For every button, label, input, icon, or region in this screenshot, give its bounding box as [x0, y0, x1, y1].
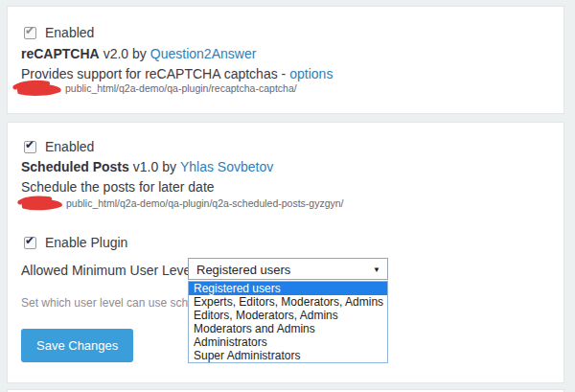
scheduled-enabled-checkbox[interactable]: ✔ [24, 141, 36, 153]
recaptcha-enabled-checkbox[interactable]: ✔ [24, 27, 36, 39]
user-level-field-label: Allowed Minimum User Level [21, 263, 195, 278]
plugins-admin-page: ✔ Enabled reCAPTCHA v2.0 by Question2Ans… [0, 0, 575, 392]
redaction-scribble [12, 80, 64, 97]
dropdown-option-editors-moderators-admins[interactable]: Editors, Moderators, Admins [189, 309, 387, 322]
user-level-select[interactable]: Registered users ▼ Registered users Expe… [188, 258, 388, 280]
redaction-scribble [17, 195, 65, 212]
chevron-down-icon: ▼ [373, 265, 380, 274]
enable-plugin-label: Enable Plugin [45, 235, 127, 250]
plugin-name: Scheduled Posts [21, 159, 129, 174]
dropdown-option-experts-editors-moderators-admins[interactable]: Experts, Editors, Moderators, Admins [189, 295, 387, 309]
scheduled-description-line: Schedule the posts for later date [21, 179, 215, 195]
recaptcha-enabled-row: ✔ Enabled [24, 25, 94, 40]
save-changes-button[interactable]: Save Changes [21, 329, 133, 362]
dropdown-option-super-administrators[interactable]: Super Administrators [189, 349, 387, 362]
enable-plugin-checkbox[interactable]: ✔ [24, 237, 36, 249]
user-level-dropdown-list: Registered users Experts, Editors, Moder… [188, 281, 388, 363]
recaptcha-title-line: reCAPTCHA v2.0 by Question2Answer [21, 46, 256, 61]
checkmark-icon: ✔ [25, 235, 34, 247]
user-level-selected-value: Registered users [196, 263, 290, 277]
dropdown-option-moderators-and-admins[interactable]: Moderators and Admins [189, 322, 387, 335]
plugin-author-link[interactable]: Question2Answer [150, 46, 257, 61]
scheduled-enabled-label: Enabled [45, 139, 94, 154]
recaptcha-enabled-label: Enabled [45, 25, 94, 40]
checkmark-icon: ✔ [25, 25, 34, 37]
plugin-path: public_html/q2a-demo/qa-plugin/recaptcha… [65, 82, 297, 94]
plugin-version: v2.0 by [104, 46, 147, 61]
plugin-author-link[interactable]: Yhlas Sovbetov [180, 159, 273, 174]
recaptcha-path-row: public_html/q2a-demo/qa-plugin/recaptcha… [12, 79, 297, 97]
plugin-description: Schedule the posts for later date [21, 179, 215, 195]
checkmark-icon: ✔ [25, 139, 34, 151]
scheduled-title-line: Scheduled Posts v1.0 by Yhlas Sovbetov [21, 159, 273, 174]
plugin-card-recaptcha: ✔ Enabled reCAPTCHA v2.0 by Question2Ans… [7, 6, 564, 114]
enable-plugin-row: ✔ Enable Plugin [24, 235, 127, 250]
plugin-path: public_html/q2a-demo/qa-plugin/q2a-sched… [66, 197, 344, 209]
plugin-name: reCAPTCHA [21, 46, 100, 61]
plugin-version: v1.0 by [133, 159, 176, 174]
dropdown-option-registered-users[interactable]: Registered users [189, 282, 387, 295]
dropdown-option-administrators[interactable]: Administrators [189, 335, 387, 349]
scheduled-path-row: public_html/q2a-demo/qa-plugin/q2a-sched… [17, 194, 344, 212]
scheduled-enabled-row: ✔ Enabled [24, 139, 94, 154]
plugin-card-scheduled-posts: ✔ Enabled Scheduled Posts v1.0 by Yhlas … [7, 122, 564, 383]
